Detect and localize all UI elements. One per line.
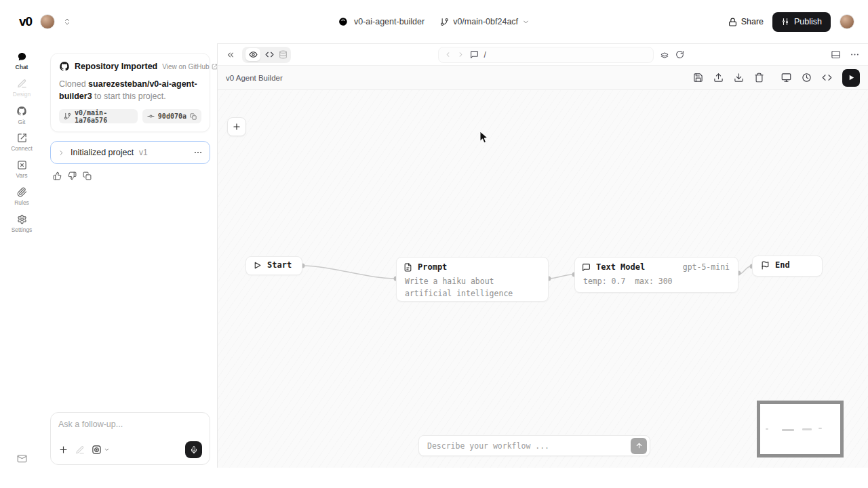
view-on-github-link[interactable]: View on GitHub [162,63,217,70]
sidebar-item-vars[interactable]: Vars [0,156,43,183]
nav-forward-icon[interactable] [457,51,465,58]
lock-icon [728,18,737,26]
git-branch-icon [64,113,71,120]
minimap-node-mark [802,428,812,430]
model-selector-icon[interactable] [92,445,110,455]
node-body-text: Write a haiku about artificial intellige… [397,276,548,306]
panel-layout-icon[interactable] [831,49,841,60]
thumbs-down-icon[interactable] [68,171,77,180]
run-workflow-button[interactable] [842,69,860,87]
chat-input[interactable] [58,420,202,429]
flag-icon [761,261,770,270]
project-icon [338,17,348,26]
copy-icon[interactable] [83,171,92,180]
sidebar-item-label: Design [13,91,31,98]
more-options-icon[interactable] [850,49,860,60]
top-bar: v0 v0-ai-agent-builder v0/main-0bf24acf [0,0,868,43]
version-tag: v1 [139,148,188,157]
workflow-node-end[interactable]: End [752,256,823,277]
microphone-button[interactable] [185,441,202,458]
sidebar-item-settings[interactable]: Settings [0,210,43,237]
workflow-node-prompt[interactable]: Prompt Write a haiku about artificial in… [396,257,549,302]
collapse-sidebar-icon[interactable] [226,50,235,60]
preview-toolbar: / [218,44,868,66]
minimap-node-mark [818,428,822,429]
repo-card-body: Cloned suarezesteban/v0-ai-agent-builder… [59,78,201,102]
address-bar[interactable]: / [438,47,654,63]
gear-icon [17,214,27,224]
top-bar-left: v0 [19,0,71,43]
sidebar-item-rules[interactable]: Rules [0,183,43,210]
canvas-title: v0 Agent Builder [226,74,283,82]
repository-imported-card: Repository Imported View on GitHub Clone… [50,53,210,132]
plus-icon[interactable] [58,445,68,455]
branch-badge[interactable]: v0/main-1a76a576 [59,109,138,123]
version-label: Initialized project [71,148,134,157]
mouse-cursor [479,131,488,144]
thumbs-up-icon[interactable] [53,171,62,180]
git-branch-icon [440,18,449,26]
repo-card-title: Repository Imported [75,62,157,71]
branch-selector[interactable]: v0/main-0bf24acf [440,17,530,26]
sidebar-item-label: Vars [16,172,28,179]
sidebar-item-chat[interactable]: Chat [0,47,43,75]
view-mode-switch [242,47,291,63]
design-edit-icon[interactable] [75,445,85,455]
trash-icon[interactable] [754,73,764,83]
feedback-mail-icon[interactable] [0,453,43,464]
download-icon[interactable] [734,73,744,83]
send-workflow-button[interactable] [631,438,647,454]
preview-eye-icon[interactable] [245,48,260,61]
repo-body-suffix: to start this project. [92,92,166,101]
chevrons-up-down-icon[interactable] [63,18,71,26]
chevron-down-icon [522,18,530,26]
refresh-icon[interactable] [675,50,684,59]
code-icon[interactable] [822,73,832,83]
nav-back-icon[interactable] [444,51,452,58]
save-icon[interactable] [693,73,703,83]
workflow-canvas[interactable]: Start Prompt Write a haiku about artific… [218,90,868,468]
copy-icon[interactable] [190,113,197,120]
sidebar-item-label: Chat [16,64,28,70]
project-switcher[interactable]: v0-ai-agent-builder v0/main-0bf24acf [338,0,530,43]
version-row-initialized-project[interactable]: Initialized project v1 [50,141,210,164]
project-name: v0-ai-agent-builder [354,17,425,26]
minimap[interactable] [757,401,844,458]
node-title: Start [267,260,292,270]
code-view-icon[interactable] [265,50,274,59]
monitor-icon[interactable] [781,73,791,83]
workflow-input[interactable] [427,441,631,451]
design-icon [17,79,27,89]
github-icon [59,61,70,72]
repo-body-prefix: Cloned [59,79,88,89]
file-text-icon [403,263,412,272]
avatar[interactable] [840,14,854,29]
v0-logo[interactable]: v0 [19,14,32,29]
publish-label: Publish [794,17,822,26]
sidebar-item-git[interactable]: Git [0,102,43,129]
workflow-node-text-model[interactable]: Text Model gpt-5-mini temp: 0.7 max: 300 [574,257,738,293]
workflow-prompt-bar [418,435,650,456]
upload-icon[interactable] [713,73,724,83]
play-icon [253,261,262,270]
add-node-button[interactable] [227,117,246,136]
sidebar-item-design[interactable]: Design [0,75,43,102]
chat-icon [17,52,27,62]
commit-badge[interactable]: 90d070a [142,109,201,123]
workflow-node-start[interactable]: Start [245,256,302,275]
history-clock-icon[interactable] [802,73,812,83]
top-bar-right: Share Publish [728,0,854,43]
sidebar-item-connect[interactable]: Connect [0,129,43,156]
share-button[interactable]: Share [728,17,764,26]
comment-icon[interactable] [470,50,479,59]
avatar[interactable] [40,14,55,29]
share-label: Share [741,17,764,26]
branch-badge-label: v0/main-1a76a576 [75,109,133,124]
minimap-node-mark [766,428,768,430]
publish-button[interactable]: Publish [772,12,831,32]
chevron-right-icon[interactable] [58,149,65,157]
ellipsis-icon[interactable] [193,148,203,157]
database-icon[interactable] [279,50,288,59]
layers-icon[interactable] [660,50,669,60]
url-path: / [484,50,486,60]
